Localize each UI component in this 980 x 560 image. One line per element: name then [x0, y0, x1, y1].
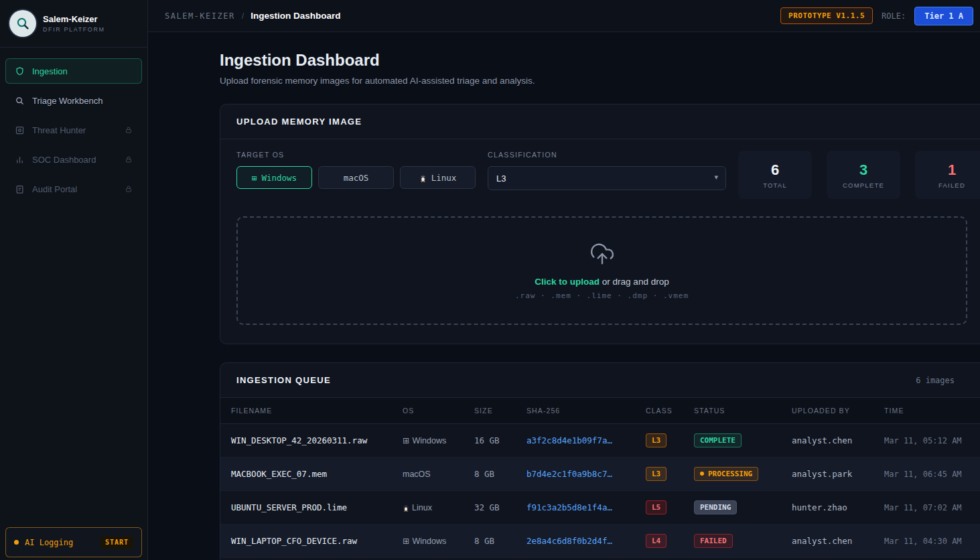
windows-icon: ⊞ [403, 537, 409, 546]
os-button-macos[interactable]: macOS [318, 166, 394, 189]
sha256-cell[interactable]: 9c1b3e5a7d9f1b3e… [520, 558, 639, 560]
stat-complete-label: COMPLETE [843, 182, 884, 189]
sidebar-item-audit-portal[interactable]: Audit Portal [5, 176, 142, 202]
status-cell: COMPLETE [687, 424, 785, 458]
upload-stats: 6 TOTAL 3 COMPLETE 1 FAILED [738, 151, 980, 199]
uploaded-by-cell: analyst.chen [785, 524, 878, 558]
stat-complete: 3 COMPLETE [827, 151, 900, 199]
sha256-cell[interactable]: 2e8a4c6d8f0b2d4f… [520, 524, 639, 558]
table-row[interactable]: WIN_LAPTOP_CFO_DEVICE.raw ⊞Windows 8 GB … [220, 524, 980, 558]
os-cell: ⊞Windows [396, 558, 468, 560]
linux-penguin-icon [419, 173, 427, 182]
os-button-label: Windows [261, 173, 297, 183]
sidebar-item-label: Triage Workbench [32, 96, 103, 106]
sidebar-nav: Ingestion Triage Workbench Threat Hunter… [0, 48, 147, 212]
status-cell: FAILED [687, 524, 785, 558]
os-button-windows[interactable]: ⊞ Windows [236, 166, 312, 189]
lock-icon [125, 155, 133, 163]
col-sha256: SHA-256 [520, 398, 639, 424]
os-cell: macOS [396, 458, 468, 491]
time-cell: Mar 11, 05:12 AM [878, 424, 980, 458]
col-time: TIME [878, 398, 980, 424]
table-body: WIN_DESKTOP_42_20260311.raw ⊞Windows 16 … [220, 424, 980, 560]
sidebar-item-triage-workbench[interactable]: Triage Workbench [5, 88, 142, 113]
os-cell: Linux [396, 491, 468, 524]
role-label: ROLE: [882, 11, 906, 21]
header-right: PROTOTYPE V1.1.5 ROLE: Tier 1 A [780, 7, 973, 25]
status-badge: PROCESSING [694, 467, 758, 481]
os-cell: ⊞Windows [396, 524, 468, 558]
ingestion-queue-table: FILENAME OS SIZE SHA-256 CLASS STATUS UP… [220, 398, 980, 560]
status-badge: COMPLETE [694, 433, 742, 447]
os-buttons: ⊞ Windows macOS Linux [236, 166, 476, 189]
class-cell: L3 [639, 424, 687, 458]
brand-name: Salem-Keizer [43, 14, 105, 24]
page-title: Ingestion Dashboard [220, 51, 980, 70]
size-cell: 8 GB [468, 458, 520, 491]
table-row[interactable]: WIN_WORKSTATION_HR.raw ⊞Windows 16 GB 9c… [220, 558, 980, 560]
sha256-cell[interactable]: b7d4e2c1f0a9b8c7… [520, 458, 639, 491]
upload-dropzone[interactable]: Click to upload or drag and drop .raw · … [236, 216, 967, 325]
brand-text: Salem-Keizer DFIR PLATFORM [43, 14, 105, 33]
sidebar-item-soc-dashboard[interactable]: SOC Dashboard [5, 147, 142, 172]
class-cell: L4 [639, 524, 687, 558]
col-uploaded-by: UPLOADED BY [785, 398, 878, 424]
filename-cell: WIN_DESKTOP_42_20260311.raw [220, 424, 396, 458]
app-logo [9, 10, 36, 37]
ai-logging-start-button[interactable]: START [100, 536, 133, 549]
search-icon [15, 96, 25, 106]
status-label: PROCESSING [708, 470, 752, 478]
table-row[interactable]: UBUNTU_SERVER_PROD.lime Linux 32 GB f91c… [220, 491, 980, 524]
stat-complete-value: 3 [859, 161, 867, 179]
os-label: Windows [412, 537, 446, 546]
sidebar-item-label: Threat Hunter [32, 125, 86, 135]
dropzone-cta[interactable]: Click to upload [535, 277, 600, 287]
status-dot-icon [14, 540, 19, 545]
breadcrumb-current: Ingestion Dashboard [251, 11, 340, 21]
sidebar-item-label: Audit Portal [32, 184, 77, 194]
role-badge: Tier 1 A [914, 7, 973, 25]
time-cell: Mar 11, 04:30 AM [878, 524, 980, 558]
filename-cell: WIN_WORKSTATION_HR.raw [220, 558, 396, 560]
time-cell: Mar 11, 06:45 AM [878, 458, 980, 491]
stat-total-label: TOTAL [763, 182, 787, 189]
magnifier-icon [15, 15, 31, 31]
dropzone-rest: or drag and drop [602, 277, 669, 287]
upload-card-header: UPLOAD MEMORY IMAGE [220, 104, 980, 139]
sha256-cell[interactable]: f91c3a2b5d8e1f4a… [520, 491, 639, 524]
col-status: STATUS [687, 398, 785, 424]
sha256-cell[interactable]: a3f2c8d4e1b09f7a… [520, 424, 639, 458]
main-area: SALEM-KEIZER / Ingestion Dashboard PROTO… [148, 0, 980, 560]
classification-group: CLASSIFICATION L3 ▾ [488, 151, 726, 190]
upload-form-row: TARGET OS ⊞ Windows macOS [236, 151, 973, 199]
breadcrumb-root[interactable]: SALEM-KEIZER [165, 11, 235, 21]
class-cell: L3 [639, 558, 687, 560]
os-button-linux[interactable]: Linux [400, 166, 476, 189]
table-header-row: FILENAME OS SIZE SHA-256 CLASS STATUS UP… [220, 398, 980, 424]
dropzone-text: Click to upload or drag and drop [535, 277, 669, 287]
table-row[interactable]: MACBOOK_EXEC_07.mem macOS 8 GB b7d4e2c1f… [220, 458, 980, 491]
stat-failed-value: 1 [948, 161, 956, 179]
top-header: SALEM-KEIZER / Ingestion Dashboard PROTO… [148, 0, 980, 32]
table-head: FILENAME OS SIZE SHA-256 CLASS STATUS UP… [220, 398, 980, 424]
class-cell: L3 [639, 458, 687, 491]
shield-icon [15, 66, 25, 76]
class-badge: L5 [646, 500, 667, 514]
sidebar: Salem-Keizer DFIR PLATFORM Ingestion Tri… [0, 0, 148, 560]
target-os-group: TARGET OS ⊞ Windows macOS [236, 151, 476, 189]
sidebar-item-threat-hunter[interactable]: Threat Hunter [5, 117, 142, 143]
status-cell: COMPLETE [687, 558, 785, 560]
table-row[interactable]: WIN_DESKTOP_42_20260311.raw ⊞Windows 16 … [220, 424, 980, 458]
size-cell: 32 GB [468, 491, 520, 524]
class-cell: L5 [639, 491, 687, 524]
stat-failed-label: FAILED [938, 182, 965, 189]
queue-count: 6 images [916, 376, 964, 385]
target-os-label: TARGET OS [236, 151, 476, 159]
sidebar-item-ingestion[interactable]: Ingestion [5, 58, 142, 84]
classification-select[interactable]: L3 [488, 166, 726, 190]
bar-chart-icon [15, 155, 25, 165]
ai-logging-label: AI Logging [25, 538, 73, 547]
uploaded-by-cell: analyst.park [785, 558, 878, 560]
linux-penguin-icon [403, 503, 409, 512]
upload-card-title: UPLOAD MEMORY IMAGE [236, 117, 362, 127]
